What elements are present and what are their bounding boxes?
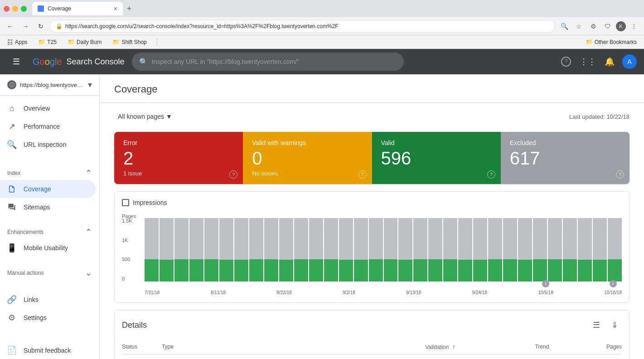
sidebar-item-links[interactable]: 🔗 Links xyxy=(0,291,96,309)
back-button[interactable]: ← xyxy=(4,20,16,33)
bar-green xyxy=(578,260,592,281)
sidebar-url-inspection-label: URL inspection xyxy=(24,141,66,148)
avatar[interactable]: A xyxy=(622,54,637,69)
bar-gray xyxy=(160,218,174,260)
sidebar-item-performance[interactable]: ↗ Performance xyxy=(0,117,96,136)
y-label-0: 0 xyxy=(122,276,140,281)
bookmark-t25[interactable]: 📁 T25 xyxy=(36,38,58,46)
manual-actions-toggle-icon[interactable]: ⌄ xyxy=(85,268,92,278)
error-help-icon[interactable]: ? xyxy=(229,170,237,179)
menu-button[interactable]: ⋮ xyxy=(628,20,640,33)
bar-green xyxy=(593,260,607,281)
filter-dropdown[interactable]: All known pages ▼ xyxy=(114,110,176,123)
sidebar-coverage-label: Coverage xyxy=(24,185,51,193)
bar-green xyxy=(413,259,427,281)
bar-gray xyxy=(264,218,278,259)
excluded-number: 617 xyxy=(510,148,620,168)
chart-bar-group xyxy=(608,218,622,281)
fullscreen-window-button[interactable] xyxy=(21,6,27,12)
grid-icon: ⋮⋮ xyxy=(580,57,596,67)
folder-icon: 📁 xyxy=(586,39,593,45)
bar-gray xyxy=(279,218,293,260)
info-icon: ⓘ xyxy=(10,82,15,88)
last-updated: Last updated: 10/22/18 xyxy=(569,113,629,120)
bookmark-apps[interactable]: ☷ Apps xyxy=(5,38,29,47)
warning-help-icon[interactable]: ? xyxy=(358,170,367,179)
sidebar-item-sitemaps[interactable]: Sitemaps xyxy=(0,198,96,216)
warning-card[interactable]: Valid with warnings 0 No issues ? xyxy=(243,132,372,184)
sidebar-item-submit-feedback[interactable]: 📄 Submit feedback xyxy=(0,341,96,359)
bar-green xyxy=(354,260,368,281)
sidebar-item-url-inspection[interactable]: 🔍 URL inspection xyxy=(0,136,96,154)
index-toggle-icon[interactable]: ⌃ xyxy=(85,168,92,178)
chart-bar-group xyxy=(384,218,398,281)
error-card[interactable]: Error 2 1 issue ? xyxy=(114,132,243,184)
enhancements-toggle-icon[interactable]: ⌃ xyxy=(85,227,92,237)
chart-bar-group xyxy=(160,218,174,281)
forward-button[interactable]: → xyxy=(19,20,32,33)
active-tab[interactable]: Coverage × xyxy=(32,2,123,15)
chart-bar-group xyxy=(204,218,218,281)
profile-button[interactable]: K xyxy=(616,21,626,31)
bookmark-dailyburn[interactable]: 📁 Daily Burn xyxy=(66,38,103,46)
chart-container: Pages 1.5K 1K 500 0 7/31/18 8 xyxy=(122,213,622,295)
bookmark-shiftshop[interactable]: 📁 Shift Shop xyxy=(111,38,148,46)
search-icon: 🔍 xyxy=(7,140,16,150)
minimize-window-button[interactable] xyxy=(12,6,18,12)
site-selector[interactable]: ⓘ https://blog.twentyoverten.co... ▾ xyxy=(0,74,99,96)
bookmark-button[interactable]: ☆ xyxy=(572,20,585,33)
row-1-validation: ! Not Started xyxy=(425,354,535,359)
tab-favicon xyxy=(38,5,44,12)
bar-green xyxy=(294,259,308,281)
extensions-button[interactable]: ⚙ xyxy=(587,20,600,33)
close-window-button[interactable] xyxy=(4,6,10,12)
valid-card[interactable]: Valid 596 ? xyxy=(372,132,501,184)
sidebar-item-overview[interactable]: ⌂ Overview xyxy=(0,99,96,117)
chart-bar-group xyxy=(593,218,607,281)
sidebar-item-coverage[interactable]: Coverage xyxy=(0,180,96,198)
search-browser-button[interactable]: 🔍 xyxy=(558,20,571,33)
bell-icon: 🔔 xyxy=(605,57,615,67)
valid-help-icon[interactable]: ? xyxy=(487,170,495,179)
table-body: Error Submitted URL seems to be a Soft 4… xyxy=(122,354,622,359)
chart-bar-group xyxy=(324,218,338,281)
search-input[interactable] xyxy=(152,58,397,65)
download-action-button[interactable]: ⇓ xyxy=(607,318,622,332)
help-button[interactable]: ? xyxy=(557,53,575,71)
bar-green xyxy=(324,259,338,281)
filter-action-button[interactable]: ☰ xyxy=(589,318,604,332)
tab-close-button[interactable]: × xyxy=(114,5,117,12)
hamburger-menu-button[interactable]: ☰ xyxy=(7,53,25,71)
excluded-card[interactable]: Excluded 617 ? xyxy=(501,132,629,184)
new-tab-button[interactable]: + xyxy=(123,2,136,15)
bar-green xyxy=(608,259,622,281)
search-box[interactable]: 🔍 xyxy=(132,53,404,71)
sort-arrow-icon: ↑ xyxy=(452,343,455,350)
sidebar-item-mobile-usability[interactable]: 📱 Mobile Usability xyxy=(0,239,96,257)
bar-green xyxy=(339,260,353,281)
bar-green xyxy=(249,259,263,281)
url-text: https://search.google.com/u/2/search-con… xyxy=(65,23,339,29)
impressions-checkbox[interactable] xyxy=(122,199,129,206)
row-1-type: Submitted URL seems to be a Soft 404 xyxy=(162,354,425,359)
validation-column-header[interactable]: Validation ↑ xyxy=(425,340,535,354)
row-1-pages: 2 xyxy=(582,354,622,359)
excluded-help-icon[interactable]: ? xyxy=(616,170,624,179)
chart-bar-group xyxy=(428,218,442,281)
chart-bars xyxy=(145,218,622,281)
shield-button[interactable]: 🛡 xyxy=(601,20,614,33)
address-bar[interactable]: 🔒 https://search.google.com/u/2/search-c… xyxy=(50,20,555,33)
warning-issues: No issues xyxy=(252,170,363,177)
apps-grid-button[interactable]: ⋮⋮ xyxy=(579,53,597,71)
refresh-button[interactable]: ↻ xyxy=(34,20,47,33)
bar-gray xyxy=(369,218,383,259)
notifications-button[interactable]: 🔔 xyxy=(600,53,619,71)
bar-gray xyxy=(593,218,607,260)
chart-bar-group xyxy=(219,218,233,281)
bar-green xyxy=(518,260,532,281)
browser-titlebar: Coverage × + xyxy=(0,0,644,17)
sidebar-item-settings[interactable]: ⚙ Settings xyxy=(0,309,96,327)
bar-gray xyxy=(533,218,547,259)
chart-header: Impressions xyxy=(122,199,622,206)
bookmark-other[interactable]: 📁 Other Bookmarks xyxy=(584,38,639,46)
